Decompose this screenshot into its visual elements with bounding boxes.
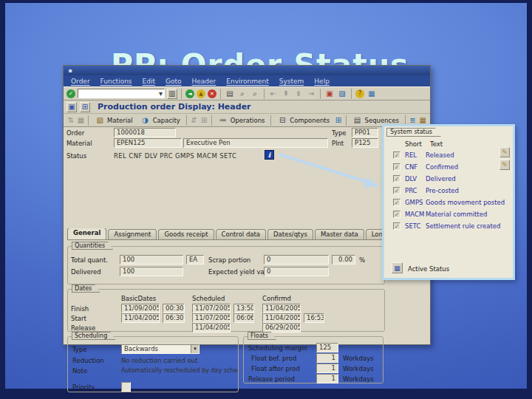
toolbar-separator	[211, 115, 212, 126]
page-down-icon[interactable]: ⇟	[293, 89, 304, 99]
plant-field[interactable]: P125	[352, 138, 378, 148]
operations-button[interactable]: ≔Operations	[215, 115, 268, 126]
scrap-field[interactable]: 0	[264, 255, 329, 265]
sched-margin-field[interactable]: 125	[316, 343, 338, 352]
checkbox-macm[interactable]: ✓	[393, 211, 400, 218]
tab-goods-receipt[interactable]: Goods receipt	[158, 229, 214, 239]
scheduling-section-label: Scheduling	[72, 332, 115, 340]
gray-icon-1[interactable]: ⇵	[190, 115, 199, 126]
first-page-icon[interactable]: ⇤	[268, 89, 279, 99]
uom-field[interactable]: EA	[186, 255, 204, 265]
total-qty-label: Total quant.	[71, 256, 108, 264]
window-titlebar[interactable]: ▪	[64, 66, 430, 75]
status-code: REL	[405, 151, 417, 159]
scrap-label: Scrap portion	[208, 256, 250, 264]
sched-type-dropdown[interactable]: Backwards ▾	[121, 344, 200, 354]
start-confirmed-date[interactable]: 11/04/2005	[262, 313, 301, 323]
scrap-pct-field[interactable]: 0.00	[332, 255, 355, 265]
start-confirmed-time[interactable]: 16:53	[304, 313, 324, 323]
finish-sched-date[interactable]: 11/07/2005	[192, 304, 231, 313]
edit-status-button-1[interactable]: ✎	[499, 147, 510, 157]
start-sched-date[interactable]: 11/07/2005	[192, 313, 231, 323]
dropdown-arrow-icon[interactable]: ▾	[191, 345, 199, 353]
release-period-label: Release period	[248, 375, 295, 383]
documents-icon[interactable]: ⊞	[334, 115, 343, 126]
note-label: Note	[72, 367, 87, 375]
capacity-button[interactable]: ◑Capacity	[137, 115, 183, 126]
menu-goto[interactable]: Goto	[166, 78, 182, 85]
start-basic-date[interactable]: 11/04/2005	[121, 313, 160, 323]
edit-status-button-2[interactable]: ✎	[499, 160, 510, 170]
enter-icon[interactable]: ✓	[66, 89, 75, 98]
order-field[interactable]: 1000018	[114, 128, 176, 137]
new-session-icon[interactable]: ▣	[324, 89, 335, 99]
float-after-unit: Workdays	[343, 365, 374, 372]
checkbox-prc[interactable]: ✓	[393, 187, 400, 194]
menu-edit[interactable]: Edit	[143, 78, 155, 85]
material-button[interactable]: ▧Material	[92, 115, 136, 126]
finish-basic-time[interactable]: 00:30	[163, 304, 185, 313]
save-icon[interactable]: ▥	[167, 89, 177, 99]
back-icon[interactable]: ◄	[185, 89, 194, 98]
exit-icon[interactable]: ▲	[197, 89, 205, 98]
find-next-icon[interactable]: ⌕	[250, 89, 260, 99]
window-layout-icon[interactable]: ⊞	[80, 102, 90, 112]
help-icon[interactable]: ?	[355, 89, 364, 98]
active-status-label: Active Status	[408, 265, 449, 273]
finish-confirmed-date[interactable]: 11/04/2005	[262, 304, 301, 313]
sort-icon[interactable]: ⇅	[66, 115, 75, 126]
command-field[interactable]: ▾	[78, 89, 165, 98]
priority-field[interactable]	[121, 382, 131, 392]
start-basic-time[interactable]: 06:30	[163, 313, 185, 323]
checkbox-setc[interactable]: ✓	[393, 222, 400, 230]
create-shortcut-icon[interactable]: ▨	[337, 89, 347, 99]
status-label: Status	[66, 152, 86, 160]
components-label: Components	[290, 117, 330, 124]
menu-help[interactable]: Help	[314, 78, 330, 85]
gray-icon-2[interactable]: ⊞	[200, 115, 208, 126]
command-dropdown-icon[interactable]: ▾	[157, 89, 164, 99]
delivered-field[interactable]: 100	[120, 267, 183, 276]
total-qty-field[interactable]: 100	[120, 255, 183, 265]
release-confirmed-date[interactable]: 06/29/2005	[262, 323, 301, 332]
release-sched-date[interactable]: 11/04/2005	[192, 323, 231, 332]
float-before-field[interactable]: 1	[316, 353, 338, 363]
menu-system[interactable]: System	[279, 78, 304, 85]
release-period-field[interactable]: 1	[316, 374, 338, 383]
checkbox-dlv[interactable]: ✓	[393, 175, 400, 183]
type-field[interactable]: PP01	[352, 128, 378, 137]
finish-basic-date[interactable]: 11/09/2005	[121, 304, 160, 313]
last-page-icon[interactable]: ⇥	[306, 89, 316, 99]
menu-header[interactable]: Header	[192, 78, 216, 85]
checkbox-gmps[interactable]: ✓	[393, 199, 400, 206]
expected-yield-field[interactable]: 0	[264, 267, 329, 276]
start-sched-time[interactable]: 06:06	[233, 313, 254, 323]
checkbox-cnf[interactable]: ✓	[393, 163, 400, 171]
tab-general[interactable]: General	[67, 228, 106, 239]
menu-order[interactable]: Order	[71, 78, 90, 85]
tab-dates-qtys[interactable]: Dates/qtys	[267, 229, 313, 239]
window-menu-icon[interactable]: ▣	[66, 102, 77, 112]
sequences-icon: ▤	[352, 115, 363, 126]
status-info-button[interactable]: i	[265, 150, 274, 160]
components-button[interactable]: ⊟Components	[274, 115, 332, 126]
material-description-field[interactable]: Executive Pen	[183, 138, 328, 148]
cancel-icon[interactable]: ✕	[208, 89, 216, 98]
grid-icon[interactable]: ▦	[77, 115, 86, 126]
tab-assignment[interactable]: Assignment	[108, 229, 157, 239]
print-icon[interactable]: ▤	[225, 89, 235, 99]
finish-sched-time[interactable]: 13:50	[233, 304, 254, 313]
status-row-gmps: ✓ GMPS Goods movement posted	[384, 198, 513, 208]
type-label: Type	[332, 129, 347, 137]
tab-master-data[interactable]: Master data	[315, 229, 364, 239]
float-after-field[interactable]: 1	[316, 364, 338, 373]
active-status-icon-button[interactable]: ▦	[392, 262, 403, 273]
material-field[interactable]: EPEN125	[114, 138, 182, 148]
menu-environment[interactable]: Environment	[226, 78, 268, 85]
find-icon[interactable]: ⌕	[237, 89, 248, 99]
tab-control-data[interactable]: Control data	[216, 229, 267, 239]
checkbox-rel[interactable]: ✓	[393, 151, 400, 159]
page-up-icon[interactable]: ⇞	[281, 89, 291, 99]
customize-icon[interactable]: ▦	[366, 89, 377, 99]
menu-functions[interactable]: Functions	[100, 78, 132, 85]
